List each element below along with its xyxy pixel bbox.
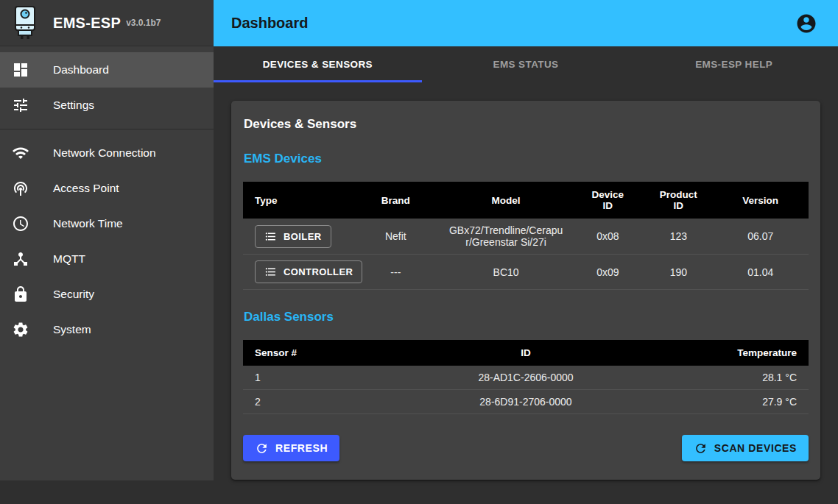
sidebar-item-mqtt[interactable]: MQTT xyxy=(0,241,214,277)
brand-cell: Nefit xyxy=(351,219,441,255)
tab-bar: DEVICES & SENSORS EMS STATUS EMS-ESP HEL… xyxy=(214,46,838,82)
col-id: ID xyxy=(384,340,667,366)
model-cell: GBx72/Trendline/Cerapur/Greenstar Si/27i xyxy=(441,219,571,255)
sensor-temp-cell: 28.1 °C xyxy=(667,366,809,390)
tab-devices-sensors[interactable]: DEVICES & SENSORS xyxy=(214,46,422,82)
sidebar-nav-primary: Dashboard Settings xyxy=(0,46,214,129)
sidebar-item-security[interactable]: Security xyxy=(0,277,214,312)
sidebar-item-label: Dashboard xyxy=(53,63,109,77)
col-device-id: Device ID xyxy=(571,182,644,219)
card-title: Devices & Sensors xyxy=(231,113,820,132)
col-sensor-num: Sensor # xyxy=(243,340,384,366)
sidebar: EMS-ESP v3.0.1b7 Dashboard Settings Netw… xyxy=(0,0,214,480)
version-cell: 01.04 xyxy=(712,255,809,290)
wifi-icon xyxy=(12,144,29,162)
col-brand: Brand xyxy=(351,182,441,219)
product-id-cell: 190 xyxy=(644,255,712,290)
tune-icon xyxy=(12,96,29,114)
clock-icon xyxy=(12,215,29,233)
sidebar-item-dashboard[interactable]: Dashboard xyxy=(0,52,214,88)
version-cell: 06.07 xyxy=(712,219,809,255)
sidebar-item-label: System xyxy=(53,323,91,336)
brand-cell: --- xyxy=(351,255,441,290)
device-id-cell: 0x09 xyxy=(571,255,644,290)
boiler-device-button[interactable]: BOILER xyxy=(255,225,331,248)
refresh-icon xyxy=(694,441,708,455)
device-id-cell: 0x08 xyxy=(571,219,644,255)
ems-devices-heading: EMS Devices xyxy=(231,152,820,166)
sensor-temp-cell: 27.9 °C xyxy=(667,390,809,414)
app-version: v3.0.1b7 xyxy=(126,18,161,28)
sensor-num-cell: 1 xyxy=(243,366,384,390)
ems-devices-table: Type Brand Model Device ID Product ID Ve… xyxy=(243,182,809,290)
col-model: Model xyxy=(441,182,571,219)
wifi-tethering-icon xyxy=(12,180,29,197)
sensor-id-cell: 28-AD1C-2606-0000 xyxy=(384,366,667,390)
controller-device-button[interactable]: CONTROLLER xyxy=(255,260,362,283)
col-product-id: Product ID xyxy=(644,182,712,219)
ems-table-header-row: Type Brand Model Device ID Product ID Ve… xyxy=(243,182,809,219)
device-type-cell: CONTROLLER xyxy=(243,255,351,290)
device-type-cell: BOILER xyxy=(243,219,351,255)
account-circle-icon xyxy=(795,13,817,35)
list-icon xyxy=(264,266,277,278)
page-title: Dashboard xyxy=(231,15,795,32)
table-row-sensor-2: 2 28-6D91-2706-0000 27.9 °C xyxy=(243,390,809,414)
table-row-sensor-1: 1 28-AD1C-2606-0000 28.1 °C xyxy=(243,366,809,390)
account-button[interactable] xyxy=(795,13,817,35)
appbar: Dashboard xyxy=(214,0,838,46)
product-id-cell: 123 xyxy=(644,219,712,255)
tab-ems-status[interactable]: EMS STATUS xyxy=(422,46,630,82)
app-logo-bar: EMS-ESP v3.0.1b7 xyxy=(0,0,214,46)
sidebar-item-label: Access Point xyxy=(53,182,119,195)
sidebar-item-label: Network Time xyxy=(53,217,123,230)
refresh-icon xyxy=(255,441,269,455)
device-hub-icon xyxy=(12,250,29,268)
list-icon xyxy=(264,230,277,243)
main-area: Dashboard DEVICES & SENSORS EMS STATUS E… xyxy=(214,0,838,504)
col-version: Version xyxy=(712,182,809,219)
refresh-button[interactable]: REFRESH xyxy=(243,435,339,461)
sidebar-item-access-point[interactable]: Access Point xyxy=(0,171,214,206)
gear-icon xyxy=(12,321,29,338)
devices-sensors-card: Devices & Sensors EMS Devices Type Brand… xyxy=(231,101,820,480)
sensor-id-cell: 28-6D91-2706-0000 xyxy=(384,390,667,414)
card-actions: REFRESH SCAN DEVICES xyxy=(243,435,809,461)
scan-devices-button[interactable]: SCAN DEVICES xyxy=(682,435,809,461)
sidebar-nav-secondary: Network Connection Access Point Network … xyxy=(0,129,214,353)
sidebar-item-label: Settings xyxy=(53,99,94,112)
dashboard-icon xyxy=(12,61,29,79)
table-row-boiler: BOILER Nefit GBx72/Trendline/Cerapur/Gre… xyxy=(243,219,809,255)
dallas-table-header-row: Sensor # ID Temperature xyxy=(243,340,809,366)
app-title: EMS-ESP xyxy=(53,15,121,32)
col-type: Type xyxy=(243,182,351,219)
dallas-sensors-table: Sensor # ID Temperature 1 28-AD1C-2606-0… xyxy=(243,340,809,414)
sensor-num-cell: 2 xyxy=(243,390,384,414)
sidebar-item-system[interactable]: System xyxy=(0,312,214,347)
lock-icon xyxy=(12,285,29,303)
sidebar-item-network-connection[interactable]: Network Connection xyxy=(0,135,214,171)
model-cell: BC10 xyxy=(441,255,571,290)
sidebar-item-label: Network Connection xyxy=(53,146,156,160)
sidebar-item-label: Security xyxy=(53,288,94,301)
sidebar-item-settings[interactable]: Settings xyxy=(0,88,214,123)
boiler-logo-icon xyxy=(10,5,40,40)
col-temperature: Temperature xyxy=(667,340,809,366)
table-row-controller: CONTROLLER --- BC10 0x09 190 01.04 xyxy=(243,255,809,290)
sidebar-item-label: MQTT xyxy=(53,252,85,266)
sidebar-item-network-time[interactable]: Network Time xyxy=(0,206,214,241)
tab-ems-esp-help[interactable]: EMS-ESP HELP xyxy=(630,46,838,82)
dallas-sensors-heading: Dallas Sensors xyxy=(231,310,820,324)
